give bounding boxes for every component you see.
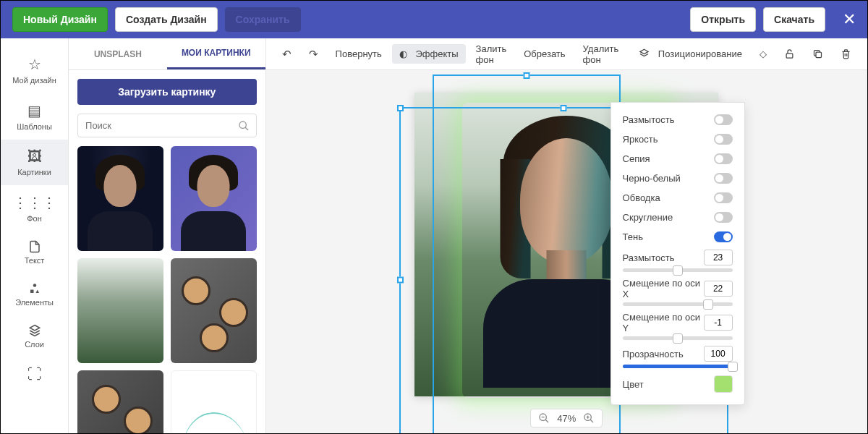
left-rail: ☆ Мой дизайн ▤ Шаблоны 🖼 Картинки ⋮⋮⋮ Фо… (1, 38, 69, 433)
stack-icon (639, 48, 650, 59)
thumbnail[interactable] (171, 146, 257, 251)
offset-y-input[interactable] (704, 315, 733, 331)
effect-label: Яркость (623, 134, 658, 145)
brightness-toggle[interactable] (714, 134, 733, 145)
layers-icon (28, 324, 41, 337)
redo-icon: ↷ (309, 48, 318, 61)
rotate-button[interactable]: Повернуть (328, 44, 389, 64)
zoom-in-button[interactable] (583, 412, 595, 424)
slider-label: Размытость (623, 252, 675, 263)
zoom-control: 47% (530, 409, 603, 427)
close-icon[interactable]: ✕ (843, 10, 856, 29)
droplet-icon: ◇ (760, 48, 767, 59)
download-button[interactable]: Скачать (763, 7, 825, 32)
lock-button[interactable] (777, 44, 802, 64)
rail-label: Мой дизайн (12, 76, 56, 85)
fill-bg-button[interactable]: Залить фон (469, 39, 514, 69)
undo-button[interactable]: ↶ (275, 43, 299, 65)
effect-label: Сепия (623, 153, 650, 164)
effect-label: Размытость (623, 114, 675, 125)
blur-slider[interactable] (623, 268, 733, 272)
star-icon: ☆ (28, 56, 41, 73)
canvas-area: ↶ ↷ Повернуть ◐ Эффекты Залить фон Обрез… (266, 38, 867, 433)
rail-item-expand[interactable]: ⛶ (1, 357, 68, 391)
rail-item-templates[interactable]: ▤ Шаблоны (1, 93, 68, 140)
svg-rect-1 (30, 290, 34, 294)
offset-y-slider[interactable] (623, 336, 733, 340)
app-header: Новый Дизайн Создать Дизайн Сохранить От… (1, 1, 867, 38)
blur-input[interactable] (704, 250, 733, 265)
templates-icon: ▤ (27, 102, 41, 119)
grid-icon: ⋮⋮⋮ (13, 194, 56, 211)
blur-toggle[interactable] (714, 114, 733, 125)
zoom-out-button[interactable] (538, 412, 550, 424)
unlock-icon (784, 48, 795, 59)
svg-rect-4 (816, 52, 822, 58)
rail-label: Текст (25, 256, 45, 265)
zoom-value: 47% (557, 413, 576, 424)
effects-button[interactable]: ◐ Эффекты (392, 44, 466, 64)
tab-my-pictures[interactable]: МОИ КАРТИНКИ (167, 38, 265, 69)
open-button[interactable]: Открыть (690, 7, 756, 32)
rail-item-background[interactable]: ⋮⋮⋮ Фон (1, 185, 68, 231)
trash-icon (841, 48, 851, 59)
search-icon[interactable] (238, 120, 250, 132)
new-design-button[interactable]: Новый Дизайн (12, 7, 108, 32)
offset-x-slider[interactable] (623, 302, 733, 306)
remove-bg-button[interactable]: Удалить фон (576, 39, 626, 69)
effect-label: Скругление (623, 212, 673, 223)
rail-label: Фон (27, 214, 42, 223)
thumbnail-grid (69, 146, 265, 433)
sepia-toggle[interactable] (714, 153, 733, 164)
tab-unsplash[interactable]: UNSPLASH (69, 38, 167, 69)
text-icon (28, 240, 41, 253)
undo-icon: ↶ (282, 48, 292, 61)
slider-label: Смещение по оси X (623, 278, 704, 299)
expand-icon: ⛶ (27, 366, 42, 383)
rail-item-elements[interactable]: Элементы (1, 273, 68, 315)
effects-icon: ◐ (399, 48, 407, 59)
thumbnail[interactable] (171, 370, 257, 433)
opacity-input[interactable] (704, 346, 733, 362)
crop-button[interactable]: Обрезать (516, 44, 572, 64)
image-icon: 🖼 (27, 148, 42, 165)
thumbnail[interactable] (77, 370, 163, 433)
bw-toggle[interactable] (714, 173, 733, 184)
thumbnail[interactable] (77, 258, 163, 363)
rail-item-text[interactable]: Текст (1, 231, 68, 273)
save-button[interactable]: Сохранить (225, 7, 301, 32)
rail-label: Шаблоны (17, 122, 52, 131)
slider-label: Смещение по оси Y (623, 312, 704, 333)
color-swatch[interactable] (714, 375, 733, 393)
rail-label: Элементы (15, 298, 54, 307)
copy-icon (812, 48, 823, 59)
thumbnail[interactable] (171, 258, 257, 363)
slider-label: Прозрачность (623, 349, 684, 359)
canvas[interactable]: Размытость Яркость Сепия Черно-белый Обв… (266, 70, 867, 433)
create-design-button[interactable]: Создать Дизайн (115, 7, 218, 32)
delete-button[interactable] (833, 44, 859, 64)
rail-item-mydesign[interactable]: ☆ Мой дизайн (1, 47, 68, 93)
rail-label: Слои (25, 340, 44, 349)
upload-image-button[interactable]: Загрузить картинку (77, 79, 257, 105)
positioning-button[interactable]: Позиционирование (631, 44, 749, 64)
stroke-toggle[interactable] (714, 192, 733, 203)
svg-rect-3 (786, 54, 793, 58)
rail-item-layers[interactable]: Слои (1, 315, 68, 357)
thumbnail[interactable] (77, 146, 163, 251)
rounding-toggle[interactable] (714, 212, 733, 223)
offset-x-input[interactable] (704, 281, 733, 297)
shadow-toggle[interactable] (714, 231, 733, 242)
effect-label: Обводка (623, 192, 660, 203)
opacity-button[interactable]: ◇ (752, 44, 774, 64)
side-panel: UNSPLASH МОИ КАРТИНКИ Загрузить картинку (69, 38, 266, 433)
effect-label: Черно-белый (623, 173, 681, 184)
rail-item-pictures[interactable]: 🖼 Картинки (1, 140, 68, 185)
image-toolbar: ↶ ↷ Повернуть ◐ Эффекты Залить фон Обрез… (266, 38, 867, 70)
redo-button[interactable]: ↷ (302, 43, 326, 65)
color-label: Цвет (623, 379, 644, 390)
opacity-slider[interactable] (623, 365, 733, 368)
effects-dropdown: Размытость Яркость Сепия Черно-белый Обв… (610, 102, 745, 405)
duplicate-button[interactable] (805, 44, 830, 64)
search-input[interactable] (77, 114, 257, 137)
